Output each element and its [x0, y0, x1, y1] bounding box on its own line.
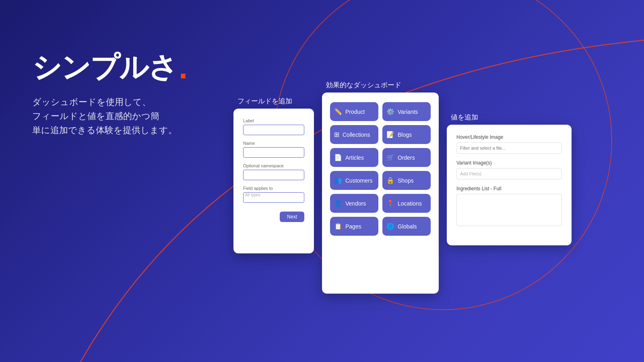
shops-icon: 🔒 [386, 177, 394, 184]
dashboard-label: 効果的なダッシュボード [326, 80, 401, 90]
orders-icon: 🛒 [386, 154, 394, 161]
hover-image-input[interactable] [456, 142, 562, 154]
dashboard-card-wrapper: 効果的なダッシュボード ✏️ Product ⚙️ Variants ⊞ Col… [322, 93, 439, 294]
ingredients-textarea[interactable] [456, 194, 562, 226]
pages-label: Pages [345, 223, 361, 230]
blogs-label: Blogs [398, 132, 412, 138]
namespace-field-group: Optional namespace [243, 163, 304, 180]
vendors-label: Vendors [345, 200, 366, 207]
collections-button[interactable]: ⊞ Collections [330, 125, 378, 144]
product-button[interactable]: ✏️ Product [330, 102, 378, 121]
add-value-card-wrapper: 値を追加 Hover/Lifestyle Image Variant Image… [447, 125, 572, 245]
collections-icon: ⊞ [334, 131, 339, 138]
customers-label: Customers [345, 177, 373, 184]
pages-button[interactable]: 📋 Pages [330, 217, 378, 236]
namespace-input[interactable] [243, 170, 304, 180]
label-field-group: Label [243, 118, 304, 135]
name-input[interactable] [243, 147, 304, 158]
add-value-card: Hover/Lifestyle Image Variant Image(s) A… [447, 125, 572, 245]
globals-label: Globals [398, 223, 417, 230]
description: ダッシュボードを使用して、 フィールドと値を直感的かつ簡 単に追加できる体験を提… [32, 95, 185, 138]
pages-icon: 📋 [334, 222, 342, 230]
blogs-button[interactable]: 📝 Blogs [382, 125, 431, 144]
product-icon: ✏️ [334, 108, 342, 115]
variant-image-group: Variant Image(s) Add File(s) [456, 160, 562, 179]
variants-label: Variants [398, 109, 418, 115]
cards-container: フィールドを追加 Label Name Optional namespace F… [233, 84, 572, 294]
add-value-label: 値を追加 [451, 113, 478, 122]
collections-label: Collections [343, 132, 370, 138]
name-field-group: Name [243, 141, 304, 158]
variant-image-label: Variant Image(s) [456, 160, 562, 166]
customers-button[interactable]: 👥 Customers [330, 171, 378, 190]
variants-button[interactable]: ⚙️ Variants [382, 102, 431, 121]
shops-button[interactable]: 🔒 Shops [382, 171, 431, 190]
dashboard-card: ✏️ Product ⚙️ Variants ⊞ Collections 📝 B… [322, 93, 439, 294]
ingredients-label: Ingredients List - Full [456, 186, 562, 191]
dashboard-grid: ✏️ Product ⚙️ Variants ⊞ Collections 📝 B… [330, 102, 431, 236]
label-input[interactable] [243, 125, 304, 135]
add-field-card-wrapper: フィールドを追加 Label Name Optional namespace F… [233, 109, 314, 253]
vendors-icon: 👤 [334, 200, 342, 207]
namespace-field-label: Optional namespace [243, 163, 304, 168]
add-field-card: Label Name Optional namespace Field appl… [233, 109, 314, 253]
locations-icon: 📍 [386, 200, 394, 207]
customers-icon: 👥 [334, 177, 342, 184]
orders-label: Orders [398, 154, 415, 161]
shops-label: Shops [398, 177, 414, 184]
add-field-label: フィールドを追加 [237, 97, 292, 106]
variants-icon: ⚙️ [386, 108, 394, 115]
vendors-button[interactable]: 👤 Vendors [330, 194, 378, 213]
blogs-icon: 📝 [386, 131, 394, 138]
name-field-label: Name [243, 141, 304, 146]
title-dot: . [179, 51, 187, 84]
hover-image-label: Hover/Lifestyle Image [456, 134, 562, 140]
product-label: Product [345, 109, 365, 115]
globals-icon: 🌐 [386, 222, 394, 230]
applies-field-group: Field applies to All types [243, 186, 304, 203]
label-field-label: Label [243, 118, 304, 123]
orders-button[interactable]: 🛒 Orders [382, 148, 431, 167]
main-title: シンプルさ. [32, 48, 187, 87]
applies-field-label: Field applies to [243, 186, 304, 191]
articles-icon: 📄 [334, 154, 342, 161]
add-files-button[interactable]: Add File(s) [456, 168, 562, 179]
articles-label: Articles [345, 154, 364, 161]
applies-select[interactable]: All types [243, 192, 304, 203]
hover-image-group: Hover/Lifestyle Image [456, 134, 562, 154]
next-button[interactable]: Next [280, 212, 304, 222]
articles-button[interactable]: 📄 Articles [330, 148, 378, 167]
locations-button[interactable]: 📍 Locations [382, 194, 431, 213]
hero-section: シンプルさ. ダッシュボードを使用して、 フィールドと値を直感的かつ簡 単に追加… [32, 48, 187, 138]
title-text: シンプルさ [32, 48, 177, 87]
locations-label: Locations [398, 200, 422, 207]
globals-button[interactable]: 🌐 Globals [382, 217, 431, 236]
ingredients-group: Ingredients List - Full [456, 186, 562, 228]
